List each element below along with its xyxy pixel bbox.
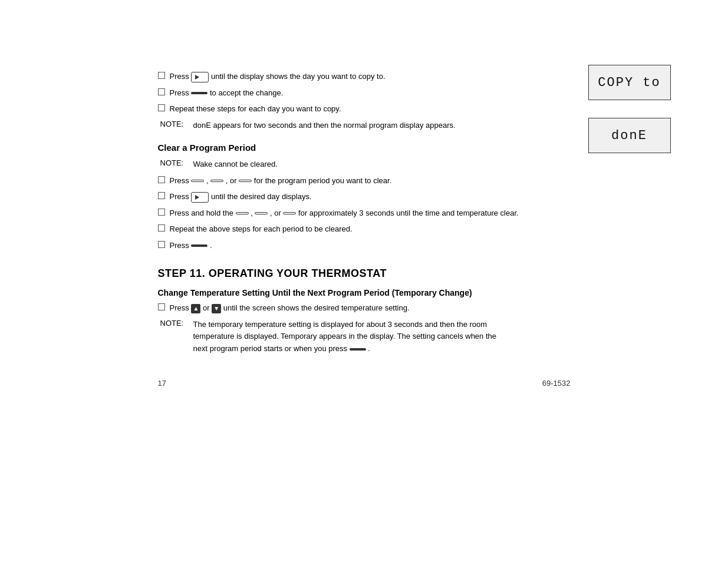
copy-item-2-text: Press to accept the change. (170, 87, 571, 99)
arrow-down-button[interactable]: ▼ (212, 304, 221, 313)
step11-note: NOTE: The temporary temperature setting … (158, 319, 571, 355)
arrow-up-button[interactable]: ▲ (191, 304, 200, 313)
hold-btn-1[interactable] (236, 212, 249, 214)
clear-item-3-text: Press and hold the , , or for approximat… (170, 207, 571, 219)
clear-item-4-text: Repeat the above steps for each period t… (170, 223, 571, 235)
period-btn-2[interactable] (210, 180, 223, 182)
checkbox-icon (158, 241, 165, 248)
copy-item-1: Press until the display shows the day yo… (158, 71, 571, 82)
checkbox-icon (158, 224, 165, 232)
clear-note-wake: NOTE: Wake cannot be cleared. (158, 158, 571, 170)
display-copy-to: COPY to (588, 65, 671, 100)
clear-section: Clear a Program Period NOTE: Wake cannot… (158, 143, 571, 251)
step11-section: STEP 11. OPERATING YOUR THERMOSTAT Chang… (158, 267, 571, 355)
clear-item-5-text: Press . (170, 240, 571, 252)
checkbox-icon (158, 104, 165, 111)
play-button[interactable] (191, 72, 209, 82)
copy-item-2: Press to accept the change. (158, 87, 571, 99)
clear-item-2: Press until the desired day displays. (158, 191, 571, 203)
clear-item-1: Press , , or for the program period you … (158, 175, 571, 187)
done-button[interactable] (191, 92, 207, 94)
clear-item-2-text: Press until the desired day displays. (170, 191, 571, 203)
step11-subheading: Change Temperature Setting Until the Nex… (158, 288, 571, 297)
step11-note-text: The temporary temperature setting is dis… (193, 319, 512, 355)
clear-item-3: Press and hold the , , or for approximat… (158, 207, 571, 219)
copy-note: NOTE: donE appears for two seconds and t… (158, 120, 571, 131)
period-btn-1[interactable] (191, 180, 204, 182)
note-label: NOTE: (160, 120, 189, 131)
copy-item-1-text: Press until the display shows the day yo… (170, 71, 571, 82)
copy-to-section: COPY to donE Press until the display sho… (158, 71, 571, 131)
clear-item-5: Press . (158, 240, 571, 252)
copy-item-3: Repeat these steps for each day you want… (158, 103, 571, 115)
hold-btn-2[interactable] (255, 212, 268, 214)
hold-btn-3[interactable] (283, 212, 296, 214)
play-triangle-icon (195, 195, 199, 200)
checkbox-icon (158, 192, 165, 199)
page: COPY to donE Press until the display sho… (0, 0, 728, 562)
done-button-2[interactable] (191, 244, 207, 247)
clear-item-4: Repeat the above steps for each period t… (158, 223, 571, 235)
clear-heading: Clear a Program Period (158, 143, 571, 153)
step11-item-1: Press ▲ or ▼ until the screen shows the … (158, 302, 571, 314)
play-triangle-icon (195, 75, 199, 80)
note-wake-text: Wake cannot be cleared. (193, 158, 278, 170)
doc-number: 69-1532 (542, 379, 571, 388)
checkbox-icon (158, 88, 165, 95)
step11-heading: STEP 11. OPERATING YOUR THERMOSTAT (158, 267, 571, 280)
checkbox-icon (158, 72, 165, 79)
display-done: donE (588, 118, 671, 153)
footer: 17 69-1532 (158, 379, 571, 388)
step11-item-1-text: Press ▲ or ▼ until the screen shows the … (170, 302, 571, 314)
note-label: NOTE: (160, 319, 189, 328)
note-label: NOTE: (160, 158, 189, 170)
period-btn-3[interactable] (239, 180, 252, 182)
clear-item-1-text: Press , , or for the program period you … (170, 175, 571, 187)
checkbox-icon (158, 209, 165, 216)
content-area: COPY to donE Press until the display sho… (158, 71, 571, 388)
copy-item-3-text: Repeat these steps for each day you want… (170, 103, 571, 115)
checkbox-icon (158, 303, 165, 310)
play-button-2[interactable] (191, 192, 209, 203)
page-number: 17 (158, 379, 166, 388)
done-button-3[interactable] (350, 348, 366, 351)
checkbox-icon (158, 176, 165, 183)
note-text: donE appears for two seconds and then th… (193, 120, 456, 131)
